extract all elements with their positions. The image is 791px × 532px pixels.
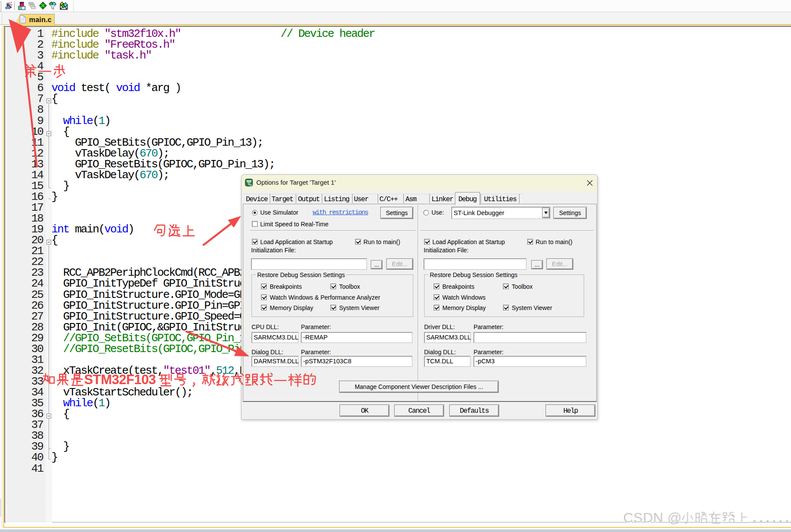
svg-text:s: s [250, 183, 252, 186]
